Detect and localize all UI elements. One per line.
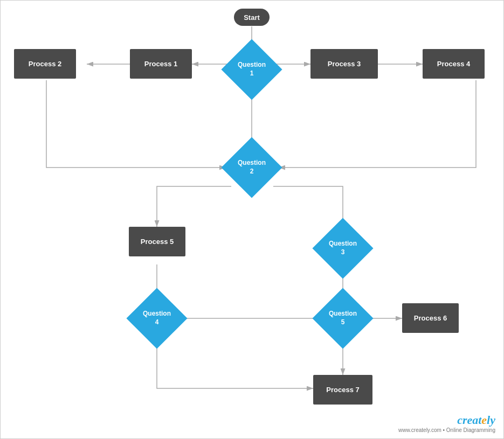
question3-node: Question3 (321, 227, 364, 270)
brand-name: creately (398, 413, 495, 427)
question4-node: Question4 (135, 297, 178, 340)
question1-node: Question1 (230, 48, 273, 91)
process7-label: Process 7 (326, 386, 359, 394)
question5-node: Question5 (321, 297, 364, 340)
process4-node: Process 4 (423, 49, 485, 79)
question2-label: Question2 (238, 159, 266, 176)
process7-node: Process 7 (313, 375, 372, 405)
process2-node: Process 2 (14, 49, 76, 79)
question1-label: Question1 (238, 61, 266, 78)
process6-label: Process 6 (414, 314, 447, 322)
question4-label: Question4 (143, 310, 171, 326)
process2-label: Process 2 (29, 60, 61, 68)
watermark: creately www.creately.com • Online Diagr… (398, 413, 495, 433)
process3-label: Process 3 (328, 60, 361, 68)
diagram-container: Start Question1 Process 1 Process 2 Proc… (0, 0, 504, 439)
start-label: Start (244, 13, 260, 22)
question3-label: Question3 (329, 240, 357, 256)
process5-node: Process 5 (129, 227, 185, 256)
brand-dot: e (481, 413, 487, 427)
process5-label: Process 5 (141, 238, 174, 246)
tagline: www.creately.com • Online Diagramming (398, 427, 495, 433)
question5-label: Question5 (329, 310, 357, 326)
start-node: Start (234, 9, 270, 26)
process3-node: Process 3 (310, 49, 378, 79)
process6-node: Process 6 (402, 303, 459, 333)
question2-node: Question2 (230, 146, 273, 189)
process1-node: Process 1 (130, 49, 192, 79)
process4-label: Process 4 (437, 60, 470, 68)
process1-label: Process 1 (144, 60, 177, 68)
